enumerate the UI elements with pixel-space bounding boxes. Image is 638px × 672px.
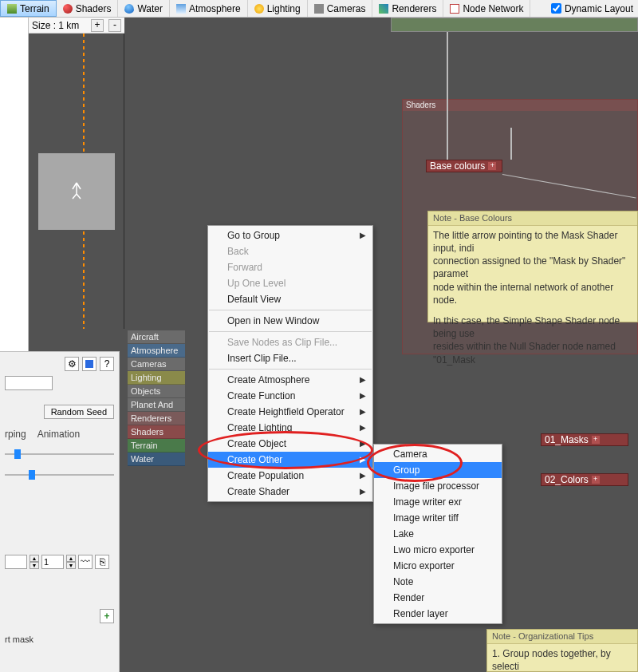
slider-thumb[interactable] — [29, 470, 35, 480]
tab-animation[interactable]: Animation — [37, 429, 80, 440]
gear-icon: ⚙ — [68, 358, 77, 370]
submenu-render[interactable]: Render — [374, 590, 502, 606]
submenu-camera[interactable]: Camera — [374, 446, 502, 462]
attach-button[interactable]: ⎘ — [95, 555, 109, 569]
attach-icon: ⎘ — [100, 556, 105, 567]
dynamic-layout-toggle[interactable]: Dynamic Layout — [546, 0, 638, 17]
slider-track — [5, 453, 114, 455]
menu-label: Create Heightfield Operator — [227, 406, 345, 417]
tab-node-network[interactable]: Node Network — [443, 0, 530, 17]
note-org-tips[interactable]: Note - Organizational Tips 1. Group node… — [486, 629, 638, 672]
category-atmosphere[interactable]: Atmosphere — [128, 344, 185, 358]
category-shaders[interactable]: Shaders — [128, 425, 185, 439]
menu-create-lighting[interactable]: Create Lighting▶ — [208, 420, 372, 436]
stepper-field-b[interactable] — [41, 555, 64, 569]
menu-open-new-window[interactable]: Open in New Window — [208, 313, 372, 329]
chevron-right-icon: ▶ — [360, 372, 366, 388]
size-label: Size : 1 km — [32, 20, 79, 31]
node-expand-icon[interactable]: + — [592, 436, 600, 444]
submenu-micro-exporter[interactable]: Micro exporter — [374, 558, 502, 574]
context-menu: Go to Group▶ Back Forward Up One Level D… — [207, 225, 373, 502]
note-line: node within the internal network of anot… — [433, 281, 632, 306]
menu-insert-clip[interactable]: Insert Clip File... — [208, 350, 372, 366]
submenu-lwo-micro-exporter[interactable]: Lwo micro exporter — [374, 542, 502, 558]
menu-label: Lake — [393, 528, 414, 540]
tab-shaders[interactable]: Shaders — [57, 0, 119, 17]
tab-cameras[interactable]: Cameras — [308, 0, 373, 17]
node-label: 02_Colors — [545, 474, 589, 485]
step-down-button[interactable]: ▼ — [30, 562, 39, 569]
dynamic-layout-checkbox[interactable] — [551, 3, 561, 14]
note-header: Note - Base Colours — [428, 211, 637, 226]
tab-renderers[interactable]: Renderers — [372, 0, 443, 17]
submenu-image-writer-tiff[interactable]: Image writer tiff — [374, 510, 502, 526]
slider-1[interactable] — [5, 446, 114, 462]
category-aircraft[interactable]: Aircraft — [128, 330, 185, 344]
menu-create-function[interactable]: Create Function▶ — [208, 388, 372, 404]
node-expand-icon[interactable]: + — [592, 476, 600, 484]
help-button[interactable]: ? — [100, 357, 114, 371]
help-icon: ? — [104, 358, 110, 370]
menu-label: Back — [227, 246, 249, 257]
submenu-group[interactable]: Group — [374, 462, 502, 478]
submenu-image-file-processor[interactable]: Image file processor — [374, 478, 502, 494]
menu-back: Back — [208, 243, 372, 259]
note-line: connection assigned to the "Mask by Shad… — [433, 255, 632, 280]
menu-default-view[interactable]: Default View — [208, 291, 372, 307]
category-cameras[interactable]: Cameras — [128, 358, 185, 371]
menu-go-to-group[interactable]: Go to Group▶ — [208, 227, 372, 243]
step-down-button[interactable]: ▼ — [66, 562, 76, 569]
random-seed-button[interactable]: Random Seed — [44, 405, 114, 419]
add-button[interactable]: + — [100, 609, 114, 623]
menu-separator — [209, 310, 372, 310]
zoom-in-button[interactable]: + — [91, 19, 104, 32]
submenu-render-layer[interactable]: Render layer — [374, 606, 502, 622]
menu-create-heightfield[interactable]: Create Heightfield Operator▶ — [208, 404, 372, 420]
slider-thumb[interactable] — [14, 449, 21, 459]
name-field[interactable] — [5, 376, 53, 390]
camera-icon — [314, 4, 324, 14]
node-02-colors[interactable]: 02_Colors + — [541, 473, 628, 486]
menu-create-atmosphere[interactable]: Create Atmosphere▶ — [208, 372, 372, 388]
node-base-colours[interactable]: Base colours + — [426, 160, 502, 172]
preview-thumbnail[interactable] — [38, 153, 115, 230]
stepper-field-a[interactable] — [5, 555, 27, 569]
node-01-masks[interactable]: 01_Masks + — [541, 433, 628, 446]
tab-warping[interactable]: rping — [5, 429, 26, 440]
context-submenu: Camera Group Image file processor Image … — [373, 444, 502, 624]
tab-water[interactable]: Water — [118, 0, 170, 17]
step-up-button[interactable]: ▲ — [30, 555, 39, 562]
category-lighting[interactable]: Lighting — [128, 371, 185, 385]
step-up-button[interactable]: ▲ — [66, 555, 76, 562]
category-water[interactable]: Water — [128, 453, 185, 466]
menu-create-other[interactable]: Create Other▶ — [208, 452, 372, 468]
menu-create-object[interactable]: Create Object▶ — [208, 436, 372, 452]
menu-create-population[interactable]: Create Population▶ — [208, 468, 372, 484]
note-base-colours[interactable]: Note - Base Colours The little arrow poi… — [427, 211, 638, 322]
category-terrain[interactable]: Terrain — [128, 439, 185, 453]
tab-terrain[interactable]: Terrain — [0, 0, 57, 17]
node-expand-icon[interactable]: + — [488, 162, 496, 170]
category-planet[interactable]: Planet And ... — [128, 398, 185, 412]
curve-button[interactable]: 〰 — [78, 555, 93, 569]
main-toolbar: Terrain Shaders Water Atmosphere Lightin… — [0, 0, 638, 18]
submenu-note[interactable]: Note — [374, 574, 502, 590]
menu-create-shader[interactable]: Create Shader▶ — [208, 484, 372, 500]
category-list: Aircraft Atmosphere Cameras Lighting Obj… — [128, 330, 185, 466]
tab-atmosphere[interactable]: Atmosphere — [170, 0, 248, 17]
menu-label: Create Object — [227, 438, 286, 449]
category-objects[interactable]: Objects — [128, 385, 185, 398]
tab-label: Renderers — [392, 3, 436, 14]
tab-label: Cameras — [327, 3, 366, 14]
submenu-image-writer-exr[interactable]: Image writer exr — [374, 494, 502, 510]
submenu-lake[interactable]: Lake — [374, 526, 502, 542]
tab-lighting[interactable]: Lighting — [248, 0, 308, 17]
settings-button[interactable]: ⚙ — [65, 357, 79, 371]
zoom-out-button[interactable]: - — [108, 19, 121, 32]
menu-up-one-level: Up One Level — [208, 275, 372, 291]
menu-label: Create Function — [227, 390, 295, 401]
category-renderers[interactable]: Renderers — [128, 412, 185, 425]
preview-button[interactable] — [82, 357, 96, 371]
slider-2[interactable] — [5, 467, 114, 483]
mask-label: rt mask — [5, 634, 114, 644]
